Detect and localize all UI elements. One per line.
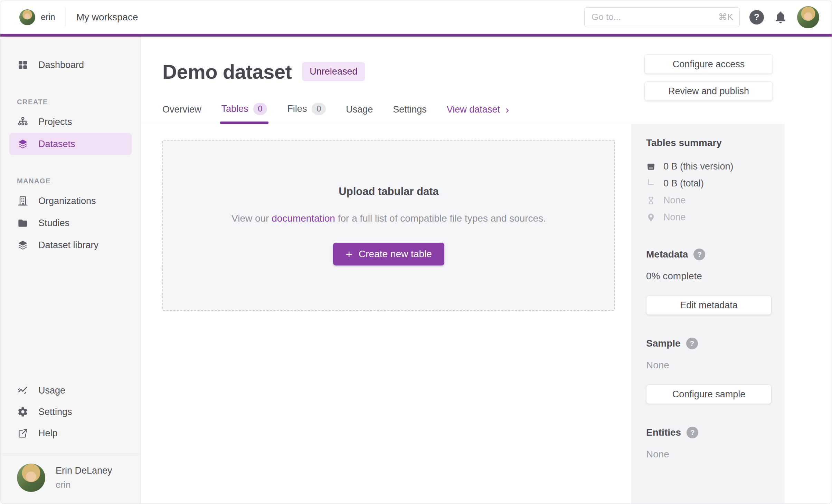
status-badge: Unreleased [302, 62, 365, 81]
chevron-right-icon: › [505, 105, 509, 114]
breadcrumb-divider [66, 8, 66, 27]
projects-tree-icon [17, 116, 29, 128]
tab-overview[interactable]: Overview [162, 104, 201, 124]
right-gutter [785, 124, 832, 504]
hourglass-icon [646, 195, 658, 206]
line-chart-icon [17, 385, 29, 396]
sidebar-item-studies[interactable]: Studies [9, 212, 132, 234]
entities-section: Entities ? None [646, 427, 772, 460]
size-total-row: 0 B (total) [646, 175, 772, 192]
location-pin-icon [646, 212, 658, 223]
metadata-label: Metadata [646, 249, 688, 260]
tab-settings[interactable]: Settings [393, 104, 427, 124]
subitem-corner-icon [646, 178, 658, 189]
topbar-actions: ⌘K ? [584, 6, 832, 28]
dropzone-description: View our documentation for a full list o… [231, 213, 546, 224]
user-avatar[interactable] [797, 6, 819, 28]
sidebar-item-settings[interactable]: Settings [9, 401, 132, 423]
user-avatar-small[interactable] [19, 9, 35, 25]
tab-tables[interactable]: Tables0 [221, 103, 267, 124]
user-avatar-large [17, 464, 45, 492]
header-actions: Configure access Review and publish [644, 55, 773, 101]
sidebar-item-label: Organizations [38, 196, 96, 206]
sidebar-section-create: CREATE [17, 98, 141, 106]
plus-icon: + [346, 248, 352, 260]
page-title: Demo dataset [162, 60, 292, 83]
external-link-icon [17, 427, 29, 439]
sidebar-item-label: Studies [38, 218, 69, 229]
topbar-breadcrumb: erin My workspace [0, 8, 138, 27]
upload-dropzone[interactable]: Upload tabular data View our documentati… [162, 140, 615, 311]
tab-usage[interactable]: Usage [346, 104, 373, 124]
documentation-link[interactable]: documentation [272, 213, 335, 224]
search-shortcut-hint: ⌘K [718, 12, 733, 22]
layers-icon [17, 239, 29, 251]
breadcrumb-user[interactable]: erin [41, 12, 55, 22]
brand-accent-bar [0, 34, 832, 37]
sidebar-item-organizations[interactable]: Organizations [9, 190, 132, 212]
geography-row: None [646, 209, 772, 226]
folder-icon [17, 217, 29, 229]
user-username: erin [56, 479, 112, 490]
sidebar-item-label: Datasets [38, 139, 75, 149]
sidebar-item-label: Help [38, 428, 58, 439]
sidebar-item-label: Projects [38, 117, 72, 127]
sidebar-item-datasets[interactable]: Datasets [9, 133, 132, 155]
sidebar-item-projects[interactable]: Projects [9, 111, 132, 133]
configure-sample-button[interactable]: Configure sample [646, 385, 772, 404]
files-count-badge: 0 [312, 103, 326, 115]
sidebar-item-label: Dashboard [38, 60, 84, 70]
tables-count-badge: 0 [253, 103, 267, 115]
create-new-table-button[interactable]: + Create new table [333, 243, 444, 265]
sidebar-item-help[interactable]: Help [9, 423, 132, 444]
sidebar-item-label: Usage [38, 385, 65, 396]
tab-files[interactable]: Files0 [287, 103, 326, 124]
gear-icon [17, 406, 29, 418]
sidebar-item-label: Dataset library [38, 240, 98, 251]
tables-tab-panel: Upload tabular data View our documentati… [141, 124, 631, 504]
bell-icon[interactable] [774, 10, 787, 24]
metadata-completeness: 0% complete [646, 271, 772, 282]
sample-label: Sample [646, 338, 681, 349]
panel-title: Tables summary [646, 137, 772, 148]
breadcrumb-workspace[interactable]: My workspace [76, 12, 138, 23]
sidebar-user-card[interactable]: Erin DeLaney erin [0, 453, 141, 504]
sample-section: Sample ? None Configure sample [646, 338, 772, 404]
building-icon [17, 195, 29, 207]
sidebar-item-dashboard[interactable]: Dashboard [9, 54, 132, 76]
content: Demo dataset Unreleased Configure access… [141, 37, 832, 504]
sidebar-footer: Usage Settings Help Er [0, 380, 141, 504]
question-mark-icon[interactable]: ? [693, 249, 705, 260]
edit-metadata-button[interactable]: Edit metadata [646, 295, 772, 315]
sidebar-item-dataset-library[interactable]: Dataset library [9, 234, 132, 256]
question-mark-icon[interactable]: ? [686, 338, 698, 349]
app-window: erin My workspace ⌘K ? Dashboard [0, 0, 832, 504]
hard-drive-icon [646, 162, 658, 172]
question-mark-icon[interactable]: ? [687, 427, 698, 438]
help-icon[interactable]: ? [749, 10, 764, 25]
sidebar-item-usage[interactable]: Usage [9, 380, 132, 401]
size-this-version-row: 0 B (this version) [646, 158, 772, 175]
sample-value: None [646, 360, 772, 371]
global-search[interactable]: ⌘K [584, 7, 740, 27]
layers-icon [17, 138, 29, 150]
sidebar-item-label: Settings [38, 407, 72, 417]
entities-label: Entities [646, 427, 681, 438]
dropzone-title: Upload tabular data [339, 185, 438, 198]
sidebar: Dashboard CREATE Projects Datasets MANAG… [0, 37, 141, 504]
tables-summary-panel: Tables summary 0 B (this version) 0 B (t… [631, 124, 785, 504]
sidebar-section-manage: MANAGE [17, 177, 141, 185]
entities-value: None [646, 449, 772, 460]
review-publish-button[interactable]: Review and publish [644, 81, 773, 101]
user-full-name: Erin DeLaney [56, 465, 112, 476]
topbar: erin My workspace ⌘K ? [0, 0, 832, 34]
temporal-range-row: None [646, 192, 772, 209]
dashboard-grid-icon [17, 59, 29, 71]
search-input[interactable] [591, 11, 714, 23]
dataset-tabs: Overview Tables0 Files0 Usage Settings V… [162, 103, 832, 124]
configure-access-button[interactable]: Configure access [644, 55, 773, 74]
dataset-header: Demo dataset Unreleased Configure access… [141, 37, 832, 124]
metadata-section: Metadata ? 0% complete Edit metadata [646, 249, 772, 315]
view-dataset-link[interactable]: View dataset › [447, 104, 509, 124]
